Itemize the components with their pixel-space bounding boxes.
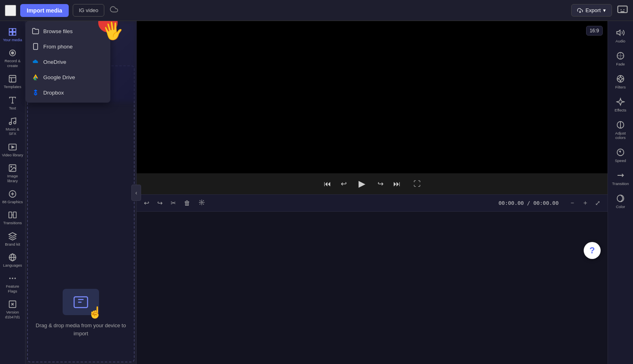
media-panel: 🖐️ Browse files From phone [25,21,137,364]
hamburger-button[interactable] [5,5,16,16]
export-label: Export [585,7,601,13]
svg-point-25 [10,278,11,279]
drag-drop-icon: ☝️ [63,289,99,315]
zoom-out-button[interactable]: － [567,197,578,209]
rewind-button[interactable]: ↩ [339,178,348,190]
dropdown-item-dropbox[interactable]: Dropbox [25,85,110,100]
import-media-button[interactable]: Import media [20,4,69,17]
sidebar-item-text-label: Text [9,106,16,110]
redo-button[interactable]: ↪ [155,198,165,208]
svg-point-32 [201,202,203,203]
video-preview: 16:9 [137,21,608,173]
dropdown-item-browse-files-label: Browse files [43,28,73,34]
timeline-track-area[interactable] [137,211,608,364]
right-sidebar-color-label: Color [616,204,625,209]
svg-rect-4 [9,32,12,35]
export-button[interactable]: Export ▾ [571,4,612,17]
dropdown-item-google-drive-label: Google Drive [43,74,75,80]
dropdown-item-google-drive[interactable]: Google Drive [25,69,110,85]
right-sidebar-item-transition[interactable]: Transition [608,167,633,190]
fit-view-button[interactable]: ⤢ [593,198,603,208]
collapse-panel-button[interactable]: ‹ [131,185,141,201]
zoom-in-button[interactable]: ＋ [580,197,591,209]
sidebar-item-video-library-label: Video library [2,153,23,157]
svg-point-13 [9,122,12,125]
help-button[interactable]: ? [584,242,601,259]
sidebar-item-transitions[interactable]: Transitions [0,207,25,228]
forward-button[interactable]: ↪ [376,178,385,190]
right-sidebar-item-audio[interactable]: Audio [608,24,633,47]
drag-cursor-icon: ☝️ [88,306,102,319]
sidebar-item-version[interactable]: Version d1b47d1 [0,297,25,322]
dropdown-item-browse-files[interactable]: Browse files [25,23,110,39]
sidebar-item-transitions-label: Transitions [3,221,22,225]
cloud-icon-button[interactable] [108,4,120,17]
dropdown-item-onedrive-label: OneDrive [43,59,66,65]
sidebar-item-languages-label: Languages [3,263,22,267]
drag-drop-area[interactable]: ☝️ Drag & drop media from your device to… [27,65,135,362]
dropdown-item-from-phone[interactable]: From phone [25,39,110,54]
left-sidebar: Your media Record & create Templates Tex… [0,21,25,364]
right-sidebar-audio-label: Audio [616,39,625,43]
skip-back-button[interactable]: ⏮ [322,178,333,190]
svg-rect-5 [13,32,16,35]
svg-marker-33 [617,30,620,36]
right-sidebar-transition-label: Transition [612,181,629,186]
right-sidebar-adjust-colors-label: Adjust colors [610,131,631,140]
undo-button[interactable]: ↩ [141,198,152,208]
svg-rect-3 [13,29,16,32]
total-time: 00:00.00 [533,200,559,206]
sidebar-item-templates[interactable]: Templates [0,71,25,92]
sidebar-item-feature-flags-label: Feature Flags [2,284,23,293]
sidebar-item-brand[interactable]: Brand kit [0,229,25,250]
fullscreen-button[interactable]: ⛶ [412,178,422,190]
center-area: 16:9 ⏮ ↩ ▶ ↪ ⏭ ⛶ ↩ ↪ ✂ 🗑 00:00.00 / [137,21,608,364]
captions-button[interactable] [617,4,628,17]
sidebar-item-music-sfx[interactable]: Music & SFX [0,114,25,139]
right-sidebar-item-color[interactable]: Color [608,190,633,213]
right-sidebar: Audio Fade Filters Effects [608,21,633,364]
topbar-right: Export ▾ [571,4,628,17]
right-sidebar-effects-label: Effects [615,108,627,112]
sidebar-item-text[interactable]: Text [0,93,25,114]
sidebar-item-languages[interactable]: Languages [0,250,25,271]
delete-button[interactable]: 🗑 [181,198,193,208]
sidebar-item-record[interactable]: Record & create [0,45,25,71]
playback-controls: ⏮ ↩ ▶ ↪ ⏭ ⛶ [137,173,608,194]
sidebar-item-your-media[interactable]: Your media [0,24,25,45]
time-separator: / [527,200,534,206]
ig-video-button[interactable]: IG video [73,4,104,17]
drag-drop-text: Drag & drop media from your device to im… [28,322,134,337]
right-sidebar-item-effects[interactable]: Effects [608,93,633,116]
svg-marker-16 [12,146,14,148]
right-sidebar-item-fade[interactable]: Fade [608,47,633,70]
play-button[interactable]: ▶ [355,177,369,191]
right-sidebar-item-filters[interactable]: Filters [608,70,633,93]
right-sidebar-item-speed[interactable]: Speed [608,144,633,167]
sidebar-item-feature-flags[interactable]: Feature Flags [0,271,25,297]
sidebar-item-graphics-label: 88 Graphics [2,200,23,204]
aspect-ratio-badge[interactable]: 16:9 [586,26,603,36]
sidebar-item-image-library-label: Image library [2,174,23,183]
skip-forward-button[interactable]: ⏭ [392,178,402,190]
svg-rect-8 [9,76,16,82]
svg-point-14 [14,122,16,124]
right-sidebar-item-adjust-colors[interactable]: Adjust colors [608,116,633,144]
dropdown-item-onedrive[interactable]: OneDrive [25,54,110,69]
svg-rect-21 [13,212,16,218]
sidebar-item-video-library[interactable]: Video library [0,139,25,160]
right-sidebar-filters-label: Filters [615,85,626,89]
save-snapshot-button[interactable] [196,198,207,209]
cut-button[interactable]: ✂ [168,198,178,208]
svg-point-18 [11,166,12,168]
topbar: Import media IG video Export ▾ [0,0,633,21]
sidebar-item-version-label: Version d1b47d1 [2,310,23,319]
sidebar-item-image-library[interactable]: Image library [0,160,25,186]
sidebar-item-brand-label: Brand kit [5,242,20,246]
sidebar-item-your-media-label: Your media [3,38,22,42]
sidebar-item-record-label: Record & create [2,59,23,68]
sidebar-item-graphics[interactable]: 88 Graphics [0,186,25,207]
svg-point-24 [15,278,16,279]
current-time: 00:00.00 [498,200,524,206]
svg-point-7 [11,52,14,55]
